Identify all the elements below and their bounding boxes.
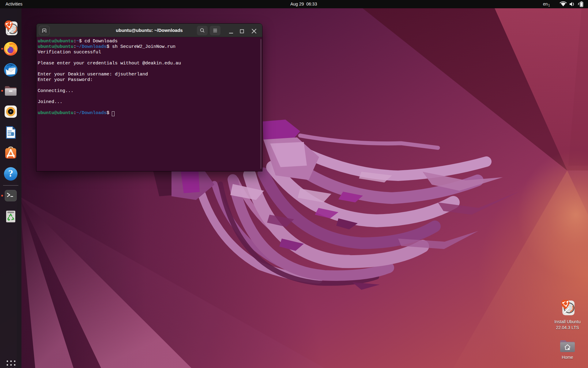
svg-text:1: 1 [548,4,550,7]
svg-text:?: ? [8,168,13,179]
svg-text:en: en [543,2,548,6]
